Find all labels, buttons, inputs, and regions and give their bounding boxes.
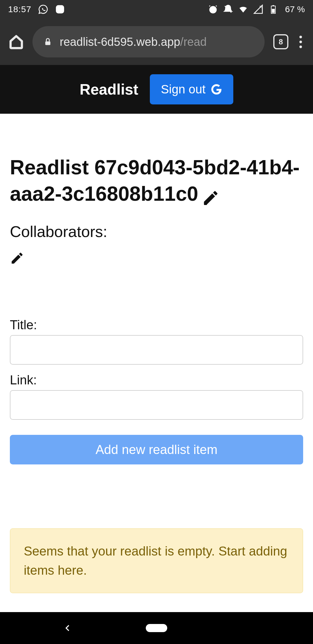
svg-point-2: [62, 7, 63, 8]
status-time: 18:57: [8, 4, 31, 14]
link-field-label: Link:: [10, 373, 303, 387]
nav-back-icon[interactable]: [64, 624, 72, 632]
dnd-icon: [223, 4, 233, 14]
svg-rect-8: [45, 41, 50, 45]
battery-percentage: 67 %: [285, 4, 305, 14]
alarm-icon: [208, 4, 218, 14]
android-status-bar: 18:57 R 67 %: [0, 0, 313, 19]
edit-collaborators-icon[interactable]: [10, 251, 24, 265]
sign-out-label: Sign out: [161, 82, 205, 96]
link-input[interactable]: [10, 390, 303, 420]
page-content: Readlist 67c9d043-5bd2-41b4-aaa2-3c16808…: [0, 114, 313, 593]
nav-home-pill[interactable]: [146, 624, 167, 632]
browser-menu-button[interactable]: [297, 36, 304, 48]
google-icon: [211, 84, 222, 95]
add-item-form: Title: Link: Add new readlist item: [10, 318, 303, 464]
svg-text:R: R: [259, 5, 262, 9]
url-host: readlist-6d595.web.app: [60, 35, 180, 48]
svg-rect-7: [272, 9, 275, 13]
battery-icon: [268, 4, 278, 14]
svg-rect-6: [272, 5, 274, 6]
title-input[interactable]: [10, 335, 303, 365]
browser-toolbar: readlist-6d595.web.app/read 8: [0, 19, 313, 65]
page-title: Readlist 67c9d043-5bd2-41b4-aaa2-3c16808…: [10, 156, 300, 205]
collaborators-label: Collaborators:: [10, 222, 303, 240]
app-brand: Readlist: [80, 81, 138, 98]
wifi-icon: [238, 4, 248, 14]
empty-state-text: Seems that your readlist is empty. Start…: [24, 542, 289, 580]
app-header: Readlist Sign out: [0, 65, 313, 114]
edit-title-icon[interactable]: [202, 189, 220, 207]
lock-icon: [43, 37, 52, 47]
home-icon[interactable]: [9, 34, 24, 49]
sign-out-button[interactable]: Sign out: [150, 74, 233, 104]
tab-switcher[interactable]: 8: [273, 34, 288, 49]
title-field-label: Title:: [10, 318, 303, 332]
add-item-button[interactable]: Add new readlist item: [10, 435, 303, 464]
cell-signal-icon: R: [253, 4, 263, 14]
empty-state-alert: Seems that your readlist is empty. Start…: [10, 528, 303, 593]
url-path: /read: [180, 35, 207, 48]
url-bar[interactable]: readlist-6d595.web.app/read: [32, 26, 265, 57]
android-nav-bar: [0, 612, 313, 644]
svg-point-1: [58, 8, 61, 11]
whatsapp-icon: [38, 4, 48, 14]
instagram-icon: [55, 4, 65, 14]
